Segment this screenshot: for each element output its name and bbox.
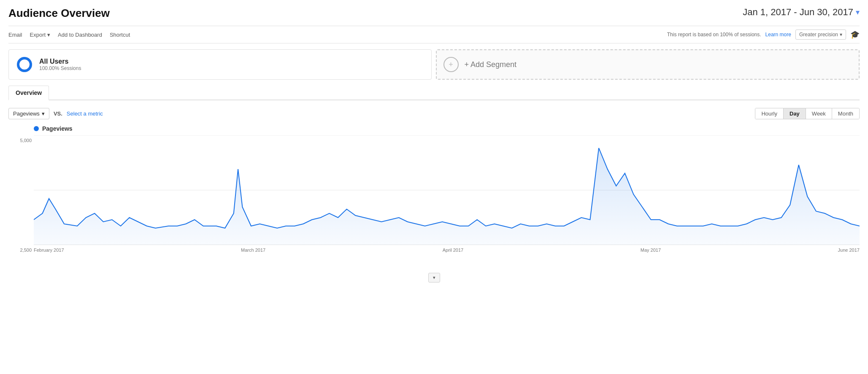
x-axis-labels: February 2017 March 2017 April 2017 May … xyxy=(34,245,860,253)
time-btn-week[interactable]: Week xyxy=(806,108,832,119)
segments-area: All Users 100.00% Sessions + + Add Segme… xyxy=(8,49,860,80)
scroll-hint: ▾ xyxy=(8,269,860,286)
y-label-5000: 5,000 xyxy=(8,138,32,143)
shortcut-button[interactable]: Shortcut xyxy=(110,32,130,38)
date-range-chevron-icon: ▾ xyxy=(856,8,860,17)
y-label-2500: 2,500 xyxy=(8,248,32,253)
metric-left: Pageviews ▾ VS. Select a metric xyxy=(8,108,103,119)
toolbar-left: Email Export ▾ Add to Dashboard Shortcut xyxy=(8,32,130,38)
metric-dropdown[interactable]: Pageviews ▾ xyxy=(8,108,49,119)
date-range-label: Jan 1, 2017 - Jun 30, 2017 xyxy=(743,7,853,18)
chart-legend: Pageviews xyxy=(34,125,860,132)
learn-more-link[interactable]: Learn more xyxy=(765,32,791,38)
all-users-pct: 100.00% Sessions xyxy=(39,65,81,71)
email-button[interactable]: Email xyxy=(8,32,22,38)
chart-svg-wrapper xyxy=(34,135,860,245)
x-label-jun: June 2017 xyxy=(838,248,860,253)
all-users-name: All Users xyxy=(39,58,81,65)
vs-label: VS. xyxy=(54,110,62,117)
add-segment-label: + Add Segment xyxy=(465,60,517,69)
metric-dropdown-label: Pageviews xyxy=(13,110,40,117)
graduation-cap-icon[interactable]: 🎓 xyxy=(850,30,860,39)
tab-overview[interactable]: Overview xyxy=(8,86,49,100)
header-section: Audience Overview Jan 1, 2017 - Jun 30, … xyxy=(8,7,860,20)
scroll-down-button[interactable]: ▾ xyxy=(428,273,440,283)
select-metric-link[interactable]: Select a metric xyxy=(67,110,103,117)
precision-chevron-icon: ▾ xyxy=(840,32,842,38)
add-to-dashboard-button[interactable]: Add to Dashboard xyxy=(58,32,102,38)
export-chevron-icon: ▾ xyxy=(47,32,50,38)
pageviews-chart xyxy=(34,135,860,245)
tabs-row: Overview xyxy=(8,86,860,100)
precision-dropdown[interactable]: Greater precision ▾ xyxy=(795,30,846,40)
time-btn-hourly[interactable]: Hourly xyxy=(755,108,784,119)
add-segment-card[interactable]: + + Add Segment xyxy=(436,49,860,80)
date-range-selector[interactable]: Jan 1, 2017 - Jun 30, 2017 ▾ xyxy=(743,7,860,18)
x-label-may: May 2017 xyxy=(641,248,661,253)
page-title: Audience Overview xyxy=(8,7,110,20)
precision-label: Greater precision xyxy=(799,32,838,38)
x-label-apr: April 2017 xyxy=(443,248,464,253)
x-label-feb: February 2017 xyxy=(34,248,64,253)
add-segment-circle-icon: + xyxy=(443,57,459,72)
chart-legend-label: Pageviews xyxy=(42,125,73,132)
time-btn-month[interactable]: Month xyxy=(832,108,859,119)
metric-dropdown-chevron-icon: ▾ xyxy=(42,110,45,117)
y-axis-labels: 5,000 2,500 xyxy=(8,138,32,253)
chart-area: Pageviews 5,000 2,500 xyxy=(8,125,860,269)
toolbar-right: This report is based on 100% of sessions… xyxy=(667,30,860,40)
segment-card-all-users: All Users 100.00% Sessions xyxy=(8,49,432,80)
export-button[interactable]: Export ▾ xyxy=(30,32,51,38)
all-users-info: All Users 100.00% Sessions xyxy=(39,58,81,71)
x-label-mar: March 2017 xyxy=(241,248,265,253)
svg-point-1 xyxy=(18,58,31,71)
time-btn-day[interactable]: Day xyxy=(784,108,806,119)
all-users-donut-icon xyxy=(16,56,33,73)
pageviews-legend-dot xyxy=(34,126,39,131)
time-granularity-buttons: Hourly Day Week Month xyxy=(755,108,860,119)
chart-controls: Pageviews ▾ VS. Select a metric Hourly D… xyxy=(8,108,860,119)
toolbar: Email Export ▾ Add to Dashboard Shortcut… xyxy=(8,26,860,43)
report-info-text: This report is based on 100% of sessions… xyxy=(667,32,761,38)
